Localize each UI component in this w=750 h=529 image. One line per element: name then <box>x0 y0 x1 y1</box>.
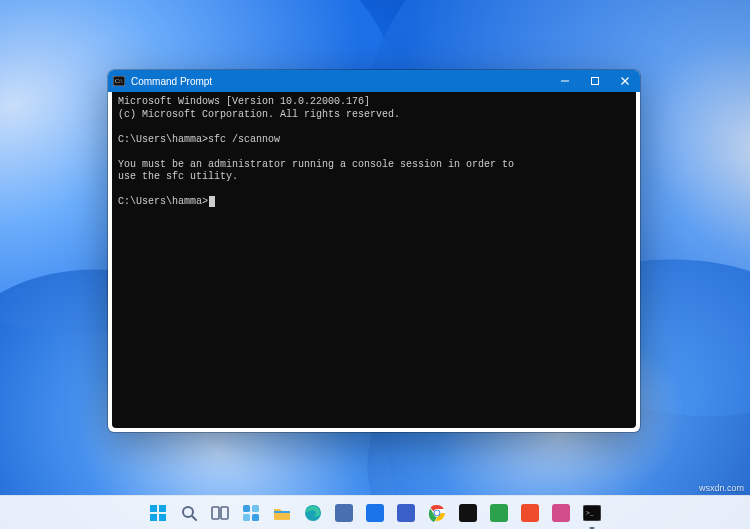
terminal-cursor <box>209 196 215 207</box>
svg-rect-15 <box>252 505 259 512</box>
start-icon[interactable] <box>147 502 169 524</box>
search-icon[interactable] <box>178 502 200 524</box>
svg-rect-14 <box>243 505 250 512</box>
terminal-line: Microsoft Windows [Version 10.0.22000.17… <box>118 96 630 109</box>
snip-icon[interactable] <box>550 502 572 524</box>
window-controls <box>550 70 640 92</box>
window-title: Command Prompt <box>131 76 550 87</box>
vpn-icon[interactable] <box>488 502 510 524</box>
svg-rect-18 <box>274 511 290 513</box>
terminal-line: C:\Users\hamma>sfc /scannow <box>118 134 630 147</box>
taskbar[interactable]: >_ <box>0 495 750 529</box>
store-icon[interactable] <box>333 502 355 524</box>
terminal-line: You must be an administrator running a c… <box>118 159 630 172</box>
svg-rect-8 <box>150 514 157 521</box>
terminal-output[interactable]: Microsoft Windows [Version 10.0.22000.17… <box>112 92 636 428</box>
svg-rect-13 <box>221 507 228 519</box>
svg-text:C:\: C:\ <box>115 78 123 84</box>
svg-rect-6 <box>150 505 157 512</box>
terminal-line: C:\Users\hamma> <box>118 196 630 209</box>
svg-rect-16 <box>243 514 250 521</box>
svg-text:>_: >_ <box>586 509 594 517</box>
cmd-icon[interactable]: >_ <box>581 502 603 524</box>
terminal-line <box>118 184 630 197</box>
svg-rect-9 <box>159 514 166 521</box>
command-prompt-window[interactable]: C:\ Command Prompt Micro <box>108 70 640 432</box>
file-explorer-icon[interactable] <box>271 502 293 524</box>
terminal-line <box>118 121 630 134</box>
svg-rect-3 <box>592 78 599 85</box>
minimize-button[interactable] <box>550 70 580 92</box>
maximize-button[interactable] <box>580 70 610 92</box>
watermark-text: wsxdn.com <box>699 483 744 493</box>
todo-icon[interactable] <box>395 502 417 524</box>
mail-icon[interactable] <box>364 502 386 524</box>
window-titlebar[interactable]: C:\ Command Prompt <box>108 70 640 92</box>
cmd-titlebar-icon: C:\ <box>112 74 126 88</box>
terminal-line <box>118 146 630 159</box>
terminal-line: (c) Microsoft Corporation. All rights re… <box>118 109 630 122</box>
svg-rect-12 <box>212 507 219 519</box>
notion-icon[interactable] <box>457 502 479 524</box>
terminal-line: use the sfc utility. <box>118 171 630 184</box>
brave-icon[interactable] <box>519 502 541 524</box>
widgets-icon[interactable] <box>240 502 262 524</box>
svg-line-11 <box>192 516 196 520</box>
close-button[interactable] <box>610 70 640 92</box>
terminal-frame: Microsoft Windows [Version 10.0.22000.17… <box>112 92 636 428</box>
edge-icon[interactable] <box>302 502 324 524</box>
svg-rect-7 <box>159 505 166 512</box>
svg-rect-17 <box>252 514 259 521</box>
desktop: C:\ Command Prompt Micro <box>0 0 750 529</box>
svg-point-22 <box>435 510 440 515</box>
chrome-icon[interactable] <box>426 502 448 524</box>
task-view-icon[interactable] <box>209 502 231 524</box>
